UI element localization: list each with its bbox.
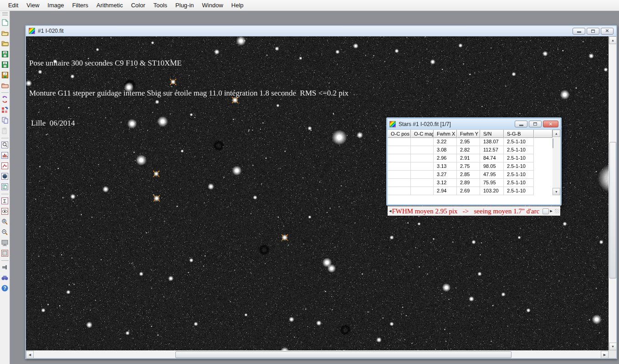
frame-icon[interactable] xyxy=(1,249,9,257)
stars-dialog-titlebar[interactable]: Stars #1 I-020.fit [1/7] ✕ xyxy=(388,119,560,130)
histogram-icon[interactable] xyxy=(1,152,9,159)
magnifier-icon[interactable] xyxy=(1,141,9,149)
menu-tools[interactable]: Tools xyxy=(149,0,171,10)
copy-icon[interactable] xyxy=(1,116,9,124)
scroll-left-arrow[interactable]: ◀ xyxy=(26,351,34,359)
table-cell: 3.13 xyxy=(434,162,457,171)
status-scroll-thumb[interactable] xyxy=(542,208,549,214)
dialog-restore-button[interactable] xyxy=(529,121,542,127)
table-cell xyxy=(411,171,434,179)
table-cell: 2.91 xyxy=(457,154,480,162)
menu-file[interactable]: File xyxy=(0,0,4,10)
table-cell: 98.05 xyxy=(480,162,504,171)
table-cell xyxy=(388,179,411,187)
menu-help[interactable]: Help xyxy=(227,0,248,10)
paste-special-icon[interactable] xyxy=(1,106,9,114)
column-header-s-g-b[interactable]: S-G-B xyxy=(504,130,534,138)
dialog-vertical-scrollbar[interactable]: ▲ ▼ xyxy=(552,130,560,195)
new-document-icon[interactable] xyxy=(1,19,9,26)
table-row[interactable]: 3.222.95138.072.5-1-10 xyxy=(388,138,552,146)
pin-icon[interactable] xyxy=(1,263,9,271)
pink-folder-icon[interactable] xyxy=(1,81,9,89)
eye-icon[interactable] xyxy=(1,207,9,215)
threshold-icon[interactable] xyxy=(1,162,9,170)
scrollbar-corner xyxy=(609,350,616,358)
column-header-o-c-mag[interactable]: O-C mag xyxy=(411,130,434,138)
table-row[interactable]: 3.082.82112.572.5-1-10 xyxy=(388,146,552,154)
green-page-icon[interactable] xyxy=(1,183,9,191)
annotation-line-2: Monture G11 stepper guidage interne Sbig… xyxy=(29,88,348,98)
table-cell: 2.5-1-10 xyxy=(504,162,534,171)
open-folder-icon[interactable] xyxy=(1,29,9,37)
dialog-scroll-up-arrow[interactable]: ▲ xyxy=(552,130,560,137)
menu-bar: FileEditViewImageFiltersArithmeticColorT… xyxy=(0,0,619,11)
table-cell xyxy=(388,171,411,179)
restore-button[interactable] xyxy=(587,28,599,35)
column-header-fwhm-y[interactable]: Fwhm Y xyxy=(457,130,480,138)
menu-window[interactable]: Window xyxy=(198,0,227,10)
vertical-scroll-thumb[interactable] xyxy=(609,142,616,278)
table-row[interactable]: 2.942.69103.202.5-1-10 xyxy=(388,187,552,195)
column-header-o-c-pos[interactable]: O-C pos xyxy=(388,130,411,138)
status-scroll-left-arrow[interactable]: ◀ xyxy=(389,209,392,213)
menu-image[interactable]: Image xyxy=(43,0,68,10)
save-16bit-icon[interactable]: 16 xyxy=(1,50,9,58)
table-cell: 2.69 xyxy=(457,187,480,195)
paste-icon[interactable] xyxy=(1,127,9,135)
table-cell: 3.27 xyxy=(434,171,457,179)
table-cell xyxy=(411,138,434,146)
folder-stack-icon[interactable] xyxy=(1,40,9,47)
table-row[interactable]: 3.272.8547.952.5-1-10 xyxy=(388,171,552,179)
status-scroll-right-arrow[interactable]: ▶ xyxy=(550,209,553,213)
help-icon[interactable]: ? xyxy=(1,284,9,292)
dialog-close-button[interactable]: ✕ xyxy=(543,121,558,127)
table-cell: 103.20 xyxy=(480,187,504,195)
zoom-out-icon[interactable] xyxy=(1,228,9,236)
sigma-icon[interactable]: Σ xyxy=(1,197,9,205)
column-header-s-n[interactable]: S/N xyxy=(480,130,504,138)
toolbar-grip[interactable] xyxy=(2,12,8,16)
resize-grip[interactable] xyxy=(555,209,559,213)
minimize-button[interactable] xyxy=(573,28,585,35)
table-cell: 2.5-1-10 xyxy=(504,179,534,187)
zoom-in-icon[interactable] xyxy=(1,218,9,226)
stars-dialog: Stars #1 I-020.fit [1/7] ✕ O-C posO-C ma… xyxy=(386,117,562,206)
close-button[interactable]: ✕ xyxy=(601,28,614,35)
scroll-right-arrow[interactable]: ▶ xyxy=(601,351,609,359)
table-cell: 84.74 xyxy=(480,154,504,162)
sphere-icon[interactable] xyxy=(1,172,9,180)
table-row[interactable]: 3.122.8975.952.5-1-10 xyxy=(388,179,552,187)
dialog-scroll-thumb[interactable] xyxy=(552,138,553,148)
table-row[interactable]: 2.962.9184.742.5-1-10 xyxy=(388,154,552,162)
menu-edit[interactable]: Edit xyxy=(4,0,22,10)
scroll-down-arrow[interactable]: ▼ xyxy=(609,343,617,350)
horizontal-scroll-thumb[interactable] xyxy=(175,351,512,358)
image-window-titlebar[interactable]: #1 I-020.fit ✕ xyxy=(26,26,616,36)
vertical-scrollbar[interactable]: ▲ ▼ xyxy=(609,36,616,350)
horizontal-scrollbar[interactable]: ◀ ▶ xyxy=(26,350,609,358)
menu-color[interactable]: Color xyxy=(127,0,149,10)
table-cell: 138.07 xyxy=(480,138,504,146)
annotation-line-1: Pose unitaire 300 secondes C9 F10 & ST10… xyxy=(29,58,348,68)
monitor-icon[interactable] xyxy=(1,239,9,247)
column-header-fwhm-x[interactable]: Fwhm X xyxy=(434,130,457,138)
menu-view[interactable]: View xyxy=(22,0,43,10)
table-cell xyxy=(411,146,434,154)
refresh-icon[interactable] xyxy=(1,96,9,103)
scroll-up-arrow[interactable]: ▲ xyxy=(609,36,617,44)
save-8bit-icon[interactable]: 8 xyxy=(1,61,9,68)
image-window-icon xyxy=(29,28,35,34)
table-row[interactable]: 3.132.7598.052.5-1-10 xyxy=(388,162,552,171)
save-jpeg-icon[interactable]: J xyxy=(1,71,9,79)
menu-arithmetic[interactable]: Arithmetic xyxy=(92,0,127,10)
dialog-scroll-down-arrow[interactable]: ▼ xyxy=(552,188,560,195)
svg-text:8: 8 xyxy=(4,61,5,64)
menu-plugin[interactable]: Plug-in xyxy=(171,0,198,10)
stars-dialog-icon xyxy=(389,121,396,127)
table-cell: 2.75 xyxy=(457,162,480,171)
menu-filters[interactable]: Filters xyxy=(68,0,92,10)
dialog-minimize-button[interactable] xyxy=(515,121,527,127)
stars-table-body: O-C posO-C magFwhm XFwhm YS/NS-G-B3.222.… xyxy=(388,130,560,195)
binoculars-icon[interactable] xyxy=(1,274,9,282)
table-header-row: O-C posO-C magFwhm XFwhm YS/NS-G-B xyxy=(388,130,552,138)
